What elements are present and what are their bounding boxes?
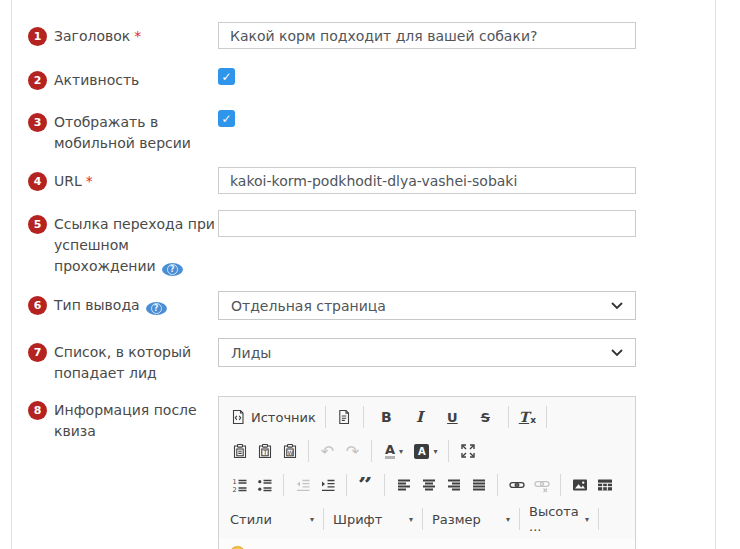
- paste-button[interactable]: [227, 439, 252, 464]
- url-input[interactable]: [218, 167, 636, 194]
- strikethrough-button[interactable]: S: [473, 405, 498, 430]
- field-row-output-type: 6 Тип вывода? Отдельная страница: [28, 291, 636, 320]
- paste-word-icon: W: [282, 443, 298, 459]
- toolbar-separator: [598, 508, 599, 530]
- paste-from-word-button[interactable]: W: [277, 439, 302, 464]
- toolbar-separator: [508, 406, 509, 428]
- title-input[interactable]: [218, 22, 636, 49]
- mobile-label: Отображать в мобильной версии: [54, 114, 191, 151]
- undo-button[interactable]: ↶: [315, 439, 340, 464]
- source-icon: [230, 409, 246, 425]
- field-number-badge: 7: [28, 343, 47, 362]
- table-icon: [597, 477, 613, 493]
- toolbar-separator: [325, 406, 326, 428]
- field-row-success-link: 5 Ссылка перехода при успешном прохожден…: [28, 210, 636, 277]
- dropdown-arrow-icon: ▾: [585, 515, 589, 524]
- italic-button[interactable]: I: [407, 405, 432, 430]
- field-number-badge: 5: [28, 215, 47, 234]
- text-color-button[interactable]: A ▾: [378, 439, 410, 464]
- template-button[interactable]: [332, 405, 357, 430]
- toolbar-separator: [323, 508, 324, 530]
- field-number-badge: 1: [28, 27, 47, 46]
- underline-button[interactable]: U: [440, 405, 465, 430]
- size-combo[interactable]: Размер ▾: [429, 512, 513, 527]
- align-left-button[interactable]: [391, 473, 416, 498]
- dropdown-arrow-icon: ▾: [310, 515, 314, 524]
- field-number-badge: 2: [28, 71, 47, 90]
- success-link-label: Ссылка перехода при успешном прохождении: [54, 216, 215, 274]
- align-right-icon: [446, 477, 462, 493]
- font-combo[interactable]: Шрифт ▾: [330, 512, 416, 527]
- remove-format-button[interactable]: Tx: [515, 405, 540, 430]
- dropdown-arrow-icon: ▾: [433, 447, 437, 456]
- indent-button[interactable]: [315, 473, 340, 498]
- active-label: Активность: [54, 72, 139, 88]
- success-link-input[interactable]: [218, 210, 636, 237]
- dropdown-arrow-icon: ▾: [409, 515, 413, 524]
- panel-left-border: [11, 0, 12, 549]
- quiz-form: 1 Заголовок* 2 Активность ✓: [28, 22, 636, 549]
- after-quiz-label: Информация после квиза: [54, 402, 197, 439]
- after-quiz-editor: Источник B I U S: [218, 396, 636, 549]
- field-row-title: 1 Заголовок*: [28, 22, 636, 49]
- check-icon: ✓: [221, 70, 231, 84]
- svg-text:T: T: [262, 449, 267, 457]
- align-right-button[interactable]: [441, 473, 466, 498]
- bulleted-list-button[interactable]: [252, 473, 277, 498]
- toolbar-separator: [283, 474, 284, 496]
- toolbar-separator: [346, 474, 347, 496]
- toolbar-separator: [308, 440, 309, 462]
- help-icon[interactable]: ?: [162, 263, 183, 276]
- field-number-badge: 8: [28, 401, 47, 420]
- toolbar-separator: [448, 440, 449, 462]
- lead-list-label: Список, в который попадает лид: [54, 344, 191, 381]
- bg-color-button[interactable]: A ▾: [410, 439, 442, 464]
- field-number-badge: 4: [28, 172, 47, 191]
- redo-button[interactable]: ↷: [340, 439, 365, 464]
- title-label: Заголовок: [54, 28, 130, 44]
- bulleted-list-icon: [257, 477, 273, 493]
- align-center-button[interactable]: [416, 473, 441, 498]
- outdent-button[interactable]: [290, 473, 315, 498]
- field-number-badge: 6: [28, 296, 47, 315]
- field-row-url: 4 URL*: [28, 167, 636, 194]
- blockquote-button[interactable]: ”: [353, 477, 378, 493]
- numbered-list-icon: 12: [232, 477, 248, 493]
- link-button[interactable]: [504, 473, 529, 498]
- line-height-combo[interactable]: Высота ... ▾: [526, 504, 592, 534]
- justify-button[interactable]: [466, 473, 491, 498]
- active-checkbox[interactable]: ✓: [218, 68, 235, 85]
- toolbar-separator: [422, 508, 423, 530]
- chevron-down-icon: [611, 302, 623, 310]
- link-icon: [509, 477, 525, 493]
- required-mark: *: [134, 28, 141, 44]
- panel-right-border: [715, 0, 716, 549]
- lead-list-select[interactable]: Лиды: [218, 338, 636, 367]
- editor-content-area[interactable]: [219, 538, 635, 549]
- source-button[interactable]: Источник: [227, 405, 319, 430]
- justify-icon: [471, 477, 487, 493]
- image-button[interactable]: [567, 473, 592, 498]
- toolbar-separator: [497, 474, 498, 496]
- table-button[interactable]: [592, 473, 617, 498]
- unlink-button[interactable]: [529, 473, 554, 498]
- quiz-edit-form-page: 1 Заголовок* 2 Активность ✓: [0, 0, 740, 549]
- image-icon: [572, 477, 588, 493]
- paste-plain-text-button[interactable]: T: [252, 439, 277, 464]
- url-label: URL: [54, 173, 82, 189]
- styles-combo[interactable]: Стили ▾: [227, 512, 317, 527]
- bold-button[interactable]: B: [374, 405, 399, 430]
- indent-icon: [320, 477, 336, 493]
- help-icon[interactable]: ?: [146, 302, 167, 315]
- toolbar-separator: [519, 508, 520, 530]
- output-type-select[interactable]: Отдельная страница: [218, 291, 636, 320]
- toolbar-separator: [363, 406, 364, 428]
- align-left-icon: [396, 477, 412, 493]
- field-row-lead-list: 7 Список, в который попадает лид Лиды: [28, 338, 636, 384]
- maximize-button[interactable]: [455, 439, 480, 464]
- field-number-badge: 3: [28, 113, 47, 132]
- mobile-version-checkbox[interactable]: ✓: [218, 110, 235, 127]
- field-row-mobile: 3 Отображать в мобильной версии ✓: [28, 108, 636, 154]
- document-icon: [336, 409, 352, 425]
- numbered-list-button[interactable]: 12: [227, 473, 252, 498]
